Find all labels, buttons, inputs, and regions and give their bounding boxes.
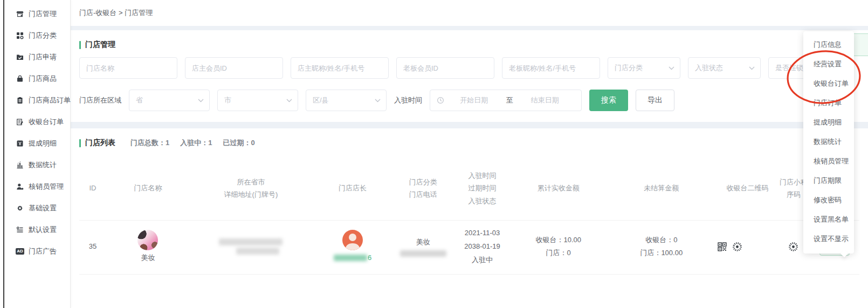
boss-nickname-input[interactable] [502,57,600,79]
redacted-phone [400,250,446,257]
start-date-placeholder: 开始日期 [444,95,504,105]
money-icon [16,140,24,147]
grid-icon [16,32,24,39]
stat-active: 入驻中：1 [180,138,212,148]
filter-row-1: 门店分类 入驻状态 是否连锁店 [79,57,859,79]
column-time-status: 入驻时间过期时间入驻状态 [453,169,511,207]
clock-icon [437,97,444,104]
chevron-down-icon [749,66,755,70]
store-admin-page: 门店管理 门店分类 门店申请 门店商品 门店商品订单 收银台订单 提成明细 数 [0,0,868,308]
cell-id: 35 [79,241,106,252]
district-select[interactable]: 区/县 [306,90,387,111]
sidebar-label: 门店申请 [29,52,57,62]
sidebar-label: 基础设置 [29,203,57,213]
cell-category-phone: 美妆 [393,237,453,257]
section-accent-bar [79,41,81,49]
sidebar-item-commission-details[interactable]: 提成明细 [4,133,70,154]
sidebar-label: 数据统计 [29,160,57,170]
date-separator: 至 [504,95,515,105]
sidebar-label: 门店广告 [29,247,57,256]
breadcrumb[interactable]: 门店-收银台 > 门店管理 [71,0,868,26]
sidebar-item-store-ads[interactable]: AD 门店广告 [4,241,70,262]
store-list-panel: 门店列表 门店总数：1 入驻中：1 已过期：0 ID 门店名称 所在省市详细地址… [71,128,868,275]
sidebar-item-default-settings[interactable]: 默认设置 [4,219,70,241]
popup-item-cashier-orders[interactable]: 收银台订单 [803,74,854,93]
sidebar-item-statistics[interactable]: 数据统计 [4,154,70,176]
divider [71,122,868,128]
popup-item-statistics[interactable]: 数据统计 [803,132,854,152]
cell-received-amount: 收银台：10.00 门店：0 [512,235,605,259]
store-name-input[interactable] [79,57,177,79]
list-settings-icon [16,226,24,234]
miniprogram-code-icon[interactable] [788,242,798,252]
cell-manager: 6 [312,230,393,264]
sidebar-label: 提成明细 [29,139,57,148]
export-button[interactable]: 导出 [636,90,674,111]
folder-check-icon [16,53,24,61]
join-time-label: 入驻时间 [394,95,422,105]
sidebar-item-store-category[interactable]: 门店分类 [4,25,70,46]
popup-item-change-password[interactable]: 修改密码 [803,190,854,210]
sidebar-label: 默认设置 [29,225,57,235]
sidebar-item-store-application[interactable]: 门店申请 [4,46,70,68]
sidebar-item-verifier-management[interactable]: 核销员管理 [4,176,70,197]
store-category-select[interactable]: 门店分类 [608,57,680,79]
popup-item-business-settings[interactable]: 经营设置 [803,54,854,74]
popup-item-commission-details[interactable]: 提成明细 [803,113,854,132]
sidebar-item-store-management[interactable]: 门店管理 [4,3,70,25]
sidebar-item-store-products[interactable]: 门店商品 [4,68,70,90]
sidebar-item-store-product-orders[interactable]: 门店商品订单 [4,90,70,111]
receipt-pen-icon [16,118,24,126]
storefront-icon [16,10,24,18]
column-cashier-qrcode: 收银台二维码 [718,182,777,194]
sidebar-item-cashier-orders[interactable]: 收银台订单 [4,111,70,133]
chevron-down-icon [669,66,674,70]
popup-item-verifier-management[interactable]: 核销员管理 [803,152,854,171]
sidebar-item-basic-settings[interactable]: 基础设置 [4,197,70,219]
divider [71,26,868,30]
province-select[interactable]: 省 [129,90,210,111]
sidebar: 门店管理 门店分类 门店申请 门店商品 门店商品订单 收银台订单 提成明细 数 [4,0,71,308]
cell-cashier-qrcode [718,242,777,252]
popup-item-store-orders[interactable]: 门店订单 [803,93,854,113]
popup-item-store-term[interactable]: 门店期限 [803,171,854,190]
city-select[interactable]: 市 [217,90,298,111]
cell-time-status: 2021-11-03 2038-01-19 入驻中 [453,228,511,265]
section-title: 门店列表 [85,138,115,148]
settle-status-select[interactable]: 入驻状态 [688,57,761,79]
column-unsettled-amount: 未结算金额 [605,182,718,194]
popup-item-blacklist[interactable]: 设置黑名单 [803,210,854,229]
manager-name-link[interactable]: 6 [334,252,371,264]
popup-item-store-info[interactable]: 门店信息 [803,35,854,54]
sidebar-label: 核销员管理 [29,182,64,191]
table-row: 35 美妆 6 [79,220,859,274]
popup-item-hide[interactable]: 设置不显示 [803,229,854,249]
owner-member-id-input[interactable] [185,57,283,79]
chevron-down-icon [286,99,292,102]
search-button[interactable]: 搜索 [589,90,628,111]
section-title: 门店管理 [85,40,115,50]
section-accent-bar [79,139,81,147]
date-range-picker[interactable]: 开始日期 至 结束日期 [430,90,582,111]
column-received-amount: 累计实收金额 [512,182,605,194]
column-manager: 门店店长 [312,182,393,194]
cell-store-name: 美妆 [106,230,190,264]
miniprogram-code-icon[interactable] [732,242,742,252]
clipboard-icon [16,97,24,104]
region-label: 门店所在区域 [79,95,121,105]
list-stats: 门店总数：1 入驻中：1 已过期：0 [130,138,255,148]
cell-address [190,238,312,255]
chevron-down-icon [198,99,204,102]
end-date-placeholder: 结束日期 [515,95,575,105]
stat-total: 门店总数：1 [130,138,169,148]
sidebar-label: 门店管理 [29,9,57,19]
owner-nickname-input[interactable] [291,57,389,79]
status-text: 入驻中 [472,255,493,266]
boss-member-id-input[interactable] [396,57,494,79]
filter-row-2: 门店所在区域 省 市 区/县 入驻时间 开始日期 至 [79,90,859,111]
qr-code-icon[interactable] [718,242,727,251]
gear-icon [16,204,24,212]
cell-unsettled-amount: 收银台：0 门店：100.00 [605,235,718,259]
sidebar-label: 收银台订单 [29,117,64,127]
stat-expired: 已过期：0 [223,138,254,148]
